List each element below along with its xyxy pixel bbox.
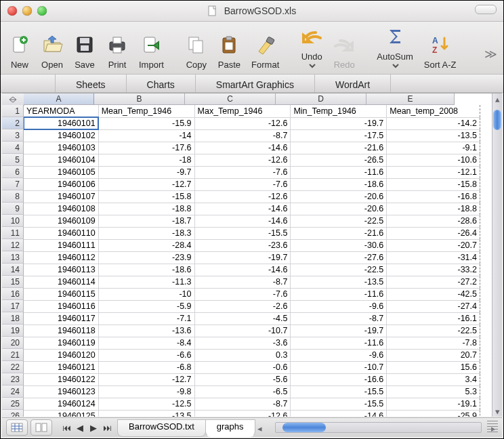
row-header[interactable]: 11 [2, 227, 24, 239]
cell[interactable]: 19460123 [24, 385, 98, 398]
cell[interactable]: -11.6 [291, 337, 387, 349]
row-header[interactable]: 22 [2, 361, 24, 373]
cell[interactable]: -12.6 [194, 410, 291, 417]
cell[interactable]: -16.6 [291, 373, 387, 385]
cell[interactable]: -8.7 [291, 312, 387, 325]
save-button[interactable]: Save [68, 34, 101, 74]
cell[interactable]: Max_Temp_1946 [194, 105, 291, 117]
cell[interactable]: -22.5 [291, 215, 387, 227]
row-header[interactable]: 25 [2, 398, 24, 410]
row-header[interactable]: 14 [2, 264, 24, 276]
open-button[interactable]: Open [36, 34, 68, 74]
cell[interactable]: -19.7 [291, 325, 387, 337]
cell[interactable]: 19460108 [24, 203, 98, 215]
import-button[interactable]: Import [133, 34, 169, 74]
cell[interactable]: -6.8 [98, 361, 194, 373]
cell[interactable]: -28.4 [98, 239, 194, 251]
format-button[interactable]: Format [246, 34, 285, 74]
row-header[interactable]: 6 [2, 166, 24, 178]
cell[interactable]: -28.6 [387, 215, 480, 227]
cell[interactable]: Mean_Temp_1946 [98, 105, 194, 117]
cell[interactable]: -9.8 [98, 385, 194, 398]
select-all-corner[interactable] [2, 93, 24, 106]
cell[interactable]: 19460122 [24, 373, 98, 385]
resize-handle[interactable] [487, 421, 498, 434]
cell[interactable]: -12.7 [98, 178, 194, 190]
cell[interactable]: -12.1 [387, 166, 480, 178]
cell[interactable]: -8.7 [194, 129, 291, 142]
cell[interactable]: 19460110 [24, 227, 98, 239]
cell[interactable]: -8.7 [194, 398, 291, 410]
sheet-tab[interactable]: BarrowGSOD.txt [117, 419, 206, 437]
cell[interactable]: 15.6 [387, 361, 480, 373]
cell[interactable]: -18 [98, 154, 194, 166]
tab-last-button[interactable]: ⏭ [101, 421, 113, 434]
minimize-button[interactable] [22, 6, 32, 16]
cell[interactable]: -18.8 [387, 203, 480, 215]
row-header[interactable]: 26 [2, 410, 24, 417]
row-header[interactable]: 7 [2, 178, 24, 190]
cell[interactable]: -4.5 [194, 312, 291, 325]
new-button[interactable]: New [3, 34, 36, 74]
cell[interactable]: -9.6 [291, 300, 387, 312]
cell[interactable]: -9.7 [98, 166, 194, 178]
cell[interactable]: -20.6 [291, 203, 387, 215]
row-header[interactable]: 3 [2, 129, 24, 142]
copy-button[interactable]: Copy [180, 34, 213, 74]
cell[interactable]: -13.6 [98, 325, 194, 337]
cell[interactable]: -17.5 [291, 129, 387, 142]
cell[interactable]: -6.5 [194, 385, 291, 398]
chevron-down-icon[interactable] [392, 62, 400, 70]
cell[interactable]: -7.8 [387, 337, 480, 349]
cell[interactable]: -20.7 [387, 239, 480, 251]
column-headers[interactable]: ABCDE [24, 93, 492, 105]
tab-first-button[interactable]: ⏮ [60, 421, 72, 434]
cell[interactable]: 0.3 [194, 349, 291, 361]
cell[interactable]: -25.9 [387, 410, 480, 417]
cell[interactable]: 19460109 [24, 215, 98, 227]
cell[interactable]: -15.9 [98, 117, 194, 129]
cell[interactable]: -16.1 [387, 312, 480, 325]
cell[interactable]: 5.3 [387, 385, 480, 398]
viewtab-smartart[interactable]: SmartArt Graphics [196, 75, 315, 92]
cell[interactable]: 19460107 [24, 190, 98, 203]
cell[interactable]: -12.7 [98, 373, 194, 385]
cell[interactable]: -19.7 [194, 251, 291, 264]
tab-next-button[interactable]: ▶ [87, 421, 100, 434]
row-header[interactable]: 5 [2, 154, 24, 166]
cell[interactable]: -8.7 [194, 276, 291, 288]
row-header[interactable]: 2 [2, 117, 24, 129]
cell[interactable]: -13.5 [291, 276, 387, 288]
cell[interactable]: Min_Temp_1946 [291, 105, 387, 117]
cell[interactable]: -21.6 [291, 142, 387, 154]
cell[interactable]: 19460103 [24, 142, 98, 154]
cell[interactable]: -26.5 [291, 154, 387, 166]
cell[interactable]: -14.6 [194, 215, 291, 227]
cell[interactable]: -27.2 [387, 276, 480, 288]
cell[interactable]: -8.4 [98, 337, 194, 349]
cell[interactable]: 19460115 [24, 288, 98, 300]
cell[interactable]: -26.4 [387, 227, 480, 239]
cell[interactable]: -7.6 [194, 166, 291, 178]
cell[interactable]: 19460117 [24, 312, 98, 325]
row-header[interactable]: 4 [2, 142, 24, 154]
cell[interactable]: -10.7 [194, 325, 291, 337]
cell[interactable]: -23.6 [194, 239, 291, 251]
paste-button[interactable]: Paste [213, 34, 246, 74]
scroll-left-arrow[interactable]: ◂ [257, 423, 266, 432]
row-header[interactable]: 9 [2, 203, 24, 215]
row-header[interactable]: 12 [2, 239, 24, 251]
row-header[interactable]: 16 [2, 288, 24, 300]
cell[interactable]: -12.6 [194, 190, 291, 203]
cell[interactable]: -13.5 [387, 129, 480, 142]
tab-prev-button[interactable]: ◀ [74, 421, 86, 434]
row-header[interactable]: 13 [2, 251, 24, 264]
cell[interactable]: -12.5 [98, 398, 194, 410]
row-header[interactable]: 23 [2, 373, 24, 385]
cell[interactable]: -23.9 [98, 251, 194, 264]
cell[interactable]: -0.6 [194, 361, 291, 373]
viewtab-wordart[interactable]: WordArt [315, 75, 391, 92]
cell[interactable]: -18.3 [98, 227, 194, 239]
undo-button[interactable]: Undo [295, 26, 328, 74]
cell[interactable]: -10.7 [291, 361, 387, 373]
